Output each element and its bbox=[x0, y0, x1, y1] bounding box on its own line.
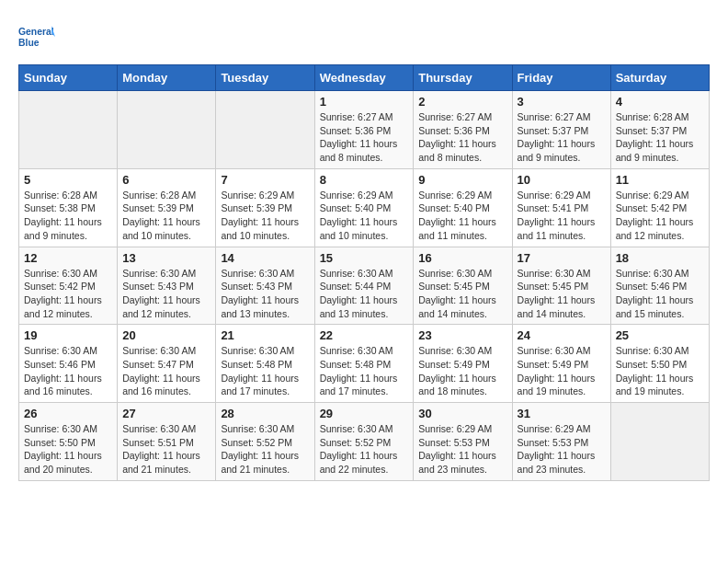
calendar-cell: 21Sunrise: 6:30 AM Sunset: 5:48 PM Dayli… bbox=[216, 325, 314, 403]
day-info: Sunrise: 6:30 AM Sunset: 5:42 PM Dayligh… bbox=[24, 267, 112, 321]
day-number: 9 bbox=[418, 173, 506, 187]
day-number: 19 bbox=[24, 328, 112, 342]
calendar-cell bbox=[216, 91, 314, 169]
calendar-cell: 3Sunrise: 6:27 AM Sunset: 5:37 PM Daylig… bbox=[512, 91, 610, 169]
day-info: Sunrise: 6:30 AM Sunset: 5:46 PM Dayligh… bbox=[616, 267, 704, 321]
calendar-week-5: 26Sunrise: 6:30 AM Sunset: 5:50 PM Dayli… bbox=[19, 403, 710, 481]
calendar-cell: 23Sunrise: 6:30 AM Sunset: 5:49 PM Dayli… bbox=[414, 325, 512, 403]
day-info: Sunrise: 6:30 AM Sunset: 5:50 PM Dayligh… bbox=[24, 422, 112, 477]
day-number: 16 bbox=[418, 251, 506, 265]
day-info: Sunrise: 6:27 AM Sunset: 5:36 PM Dayligh… bbox=[320, 110, 409, 165]
day-number: 22 bbox=[320, 328, 409, 342]
day-info: Sunrise: 6:28 AM Sunset: 5:39 PM Dayligh… bbox=[122, 189, 210, 243]
day-info: Sunrise: 6:30 AM Sunset: 5:49 PM Dayligh… bbox=[518, 344, 606, 398]
calendar-cell: 15Sunrise: 6:30 AM Sunset: 5:44 PM Dayli… bbox=[314, 247, 414, 325]
day-info: Sunrise: 6:30 AM Sunset: 5:45 PM Dayligh… bbox=[418, 267, 506, 321]
calendar-cell: 2Sunrise: 6:27 AM Sunset: 5:36 PM Daylig… bbox=[414, 91, 512, 169]
calendar-body: 1Sunrise: 6:27 AM Sunset: 5:36 PM Daylig… bbox=[19, 91, 710, 481]
day-number: 1 bbox=[320, 95, 409, 109]
logo: General Blue bbox=[18, 18, 60, 55]
day-info: Sunrise: 6:28 AM Sunset: 5:38 PM Dayligh… bbox=[24, 189, 112, 243]
calendar-cell: 11Sunrise: 6:29 AM Sunset: 5:42 PM Dayli… bbox=[610, 168, 709, 247]
day-info: Sunrise: 6:30 AM Sunset: 5:52 PM Dayligh… bbox=[320, 422, 409, 477]
day-info: Sunrise: 6:30 AM Sunset: 5:48 PM Dayligh… bbox=[320, 344, 409, 398]
weekday-thursday: Thursday bbox=[414, 65, 512, 91]
day-number: 30 bbox=[418, 407, 506, 420]
calendar-cell: 1Sunrise: 6:27 AM Sunset: 5:36 PM Daylig… bbox=[314, 91, 414, 169]
day-info: Sunrise: 6:30 AM Sunset: 5:50 PM Dayligh… bbox=[616, 344, 704, 398]
day-number: 21 bbox=[221, 328, 309, 342]
calendar-cell: 13Sunrise: 6:30 AM Sunset: 5:43 PM Dayli… bbox=[118, 247, 216, 325]
svg-text:General: General bbox=[18, 27, 54, 37]
calendar-cell: 17Sunrise: 6:30 AM Sunset: 5:45 PM Dayli… bbox=[512, 247, 610, 325]
day-info: Sunrise: 6:29 AM Sunset: 5:39 PM Dayligh… bbox=[221, 189, 309, 243]
calendar-cell: 29Sunrise: 6:30 AM Sunset: 5:52 PM Dayli… bbox=[314, 403, 414, 481]
day-info: Sunrise: 6:29 AM Sunset: 5:41 PM Dayligh… bbox=[518, 189, 606, 243]
day-info: Sunrise: 6:29 AM Sunset: 5:42 PM Dayligh… bbox=[616, 189, 704, 243]
calendar-cell: 30Sunrise: 6:29 AM Sunset: 5:53 PM Dayli… bbox=[414, 403, 512, 481]
day-info: Sunrise: 6:30 AM Sunset: 5:43 PM Dayligh… bbox=[122, 267, 210, 321]
day-number: 17 bbox=[518, 251, 606, 265]
calendar-cell: 8Sunrise: 6:29 AM Sunset: 5:40 PM Daylig… bbox=[314, 168, 414, 247]
weekday-sunday: Sunday bbox=[19, 65, 118, 91]
day-number: 13 bbox=[122, 251, 210, 265]
calendar-cell: 4Sunrise: 6:28 AM Sunset: 5:37 PM Daylig… bbox=[610, 91, 709, 169]
calendar-cell: 22Sunrise: 6:30 AM Sunset: 5:48 PM Dayli… bbox=[314, 325, 414, 403]
calendar-cell: 7Sunrise: 6:29 AM Sunset: 5:39 PM Daylig… bbox=[216, 168, 314, 247]
weekday-header-row: SundayMondayTuesdayWednesdayThursdayFrid… bbox=[19, 65, 710, 91]
day-info: Sunrise: 6:27 AM Sunset: 5:36 PM Dayligh… bbox=[418, 110, 506, 165]
day-info: Sunrise: 6:29 AM Sunset: 5:53 PM Dayligh… bbox=[418, 422, 506, 477]
day-info: Sunrise: 6:28 AM Sunset: 5:37 PM Dayligh… bbox=[616, 110, 704, 165]
weekday-tuesday: Tuesday bbox=[216, 65, 314, 91]
svg-text:Blue: Blue bbox=[18, 38, 40, 48]
day-number: 18 bbox=[616, 251, 704, 265]
calendar-cell: 5Sunrise: 6:28 AM Sunset: 5:38 PM Daylig… bbox=[19, 168, 118, 247]
calendar-week-1: 1Sunrise: 6:27 AM Sunset: 5:36 PM Daylig… bbox=[19, 91, 710, 169]
day-info: Sunrise: 6:30 AM Sunset: 5:52 PM Dayligh… bbox=[221, 422, 309, 477]
calendar-cell: 12Sunrise: 6:30 AM Sunset: 5:42 PM Dayli… bbox=[19, 247, 118, 325]
day-number: 27 bbox=[122, 407, 210, 420]
day-number: 23 bbox=[418, 328, 506, 342]
day-number: 6 bbox=[122, 173, 210, 187]
day-number: 31 bbox=[518, 407, 606, 420]
day-number: 14 bbox=[221, 251, 309, 265]
calendar-cell: 31Sunrise: 6:29 AM Sunset: 5:53 PM Dayli… bbox=[512, 403, 610, 481]
calendar-cell: 26Sunrise: 6:30 AM Sunset: 5:50 PM Dayli… bbox=[19, 403, 118, 481]
calendar-cell bbox=[610, 403, 709, 481]
day-number: 15 bbox=[320, 251, 409, 265]
day-number: 29 bbox=[320, 407, 409, 420]
day-number: 20 bbox=[122, 328, 210, 342]
calendar-cell: 24Sunrise: 6:30 AM Sunset: 5:49 PM Dayli… bbox=[512, 325, 610, 403]
logo-icon: General Blue bbox=[18, 18, 55, 55]
day-number: 5 bbox=[24, 173, 112, 187]
page-header: General Blue bbox=[18, 18, 710, 55]
day-info: Sunrise: 6:30 AM Sunset: 5:51 PM Dayligh… bbox=[122, 422, 210, 477]
calendar-cell: 16Sunrise: 6:30 AM Sunset: 5:45 PM Dayli… bbox=[414, 247, 512, 325]
calendar-cell bbox=[19, 91, 118, 169]
weekday-wednesday: Wednesday bbox=[314, 65, 414, 91]
calendar-cell: 20Sunrise: 6:30 AM Sunset: 5:47 PM Dayli… bbox=[118, 325, 216, 403]
day-info: Sunrise: 6:30 AM Sunset: 5:44 PM Dayligh… bbox=[320, 267, 409, 321]
calendar-week-2: 5Sunrise: 6:28 AM Sunset: 5:38 PM Daylig… bbox=[19, 168, 710, 247]
weekday-monday: Monday bbox=[118, 65, 216, 91]
weekday-saturday: Saturday bbox=[610, 65, 709, 91]
day-info: Sunrise: 6:30 AM Sunset: 5:48 PM Dayligh… bbox=[221, 344, 309, 398]
day-number: 24 bbox=[518, 328, 606, 342]
day-number: 26 bbox=[24, 407, 112, 420]
day-info: Sunrise: 6:30 AM Sunset: 5:43 PM Dayligh… bbox=[221, 267, 309, 321]
day-number: 10 bbox=[518, 173, 606, 187]
day-number: 8 bbox=[320, 173, 409, 187]
day-number: 7 bbox=[221, 173, 309, 187]
calendar-cell: 25Sunrise: 6:30 AM Sunset: 5:50 PM Dayli… bbox=[610, 325, 709, 403]
day-info: Sunrise: 6:29 AM Sunset: 5:40 PM Dayligh… bbox=[418, 189, 506, 243]
day-info: Sunrise: 6:29 AM Sunset: 5:53 PM Dayligh… bbox=[518, 422, 606, 477]
day-info: Sunrise: 6:29 AM Sunset: 5:40 PM Dayligh… bbox=[320, 189, 409, 243]
day-number: 11 bbox=[616, 173, 704, 187]
day-number: 2 bbox=[418, 95, 506, 109]
day-number: 12 bbox=[24, 251, 112, 265]
calendar-table: SundayMondayTuesdayWednesdayThursdayFrid… bbox=[18, 64, 710, 481]
weekday-friday: Friday bbox=[512, 65, 610, 91]
day-info: Sunrise: 6:30 AM Sunset: 5:45 PM Dayligh… bbox=[518, 267, 606, 321]
calendar-cell: 27Sunrise: 6:30 AM Sunset: 5:51 PM Dayli… bbox=[118, 403, 216, 481]
calendar-cell: 14Sunrise: 6:30 AM Sunset: 5:43 PM Dayli… bbox=[216, 247, 314, 325]
